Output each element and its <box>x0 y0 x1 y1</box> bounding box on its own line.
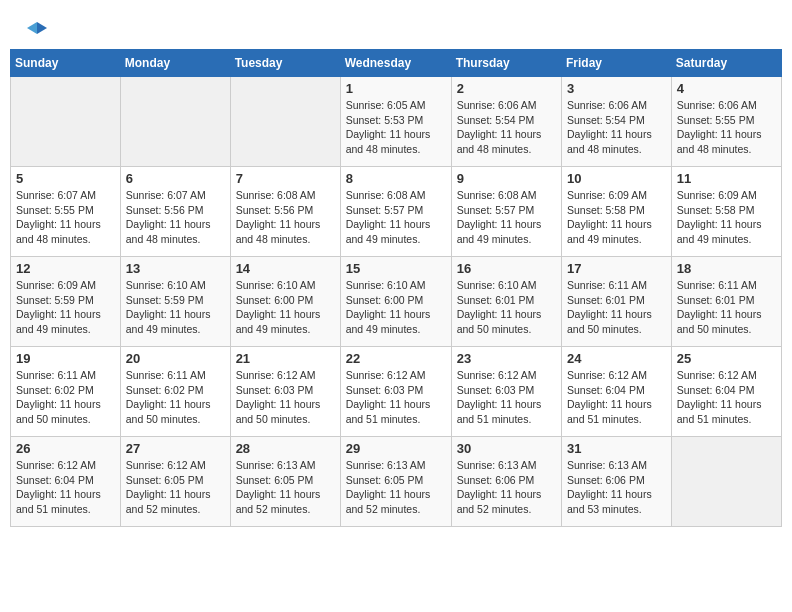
cell-day-number: 14 <box>236 261 335 276</box>
cell-day-number: 21 <box>236 351 335 366</box>
cell-info: Sunrise: 6:09 AMSunset: 5:58 PMDaylight:… <box>677 188 776 247</box>
calendar-cell: 12 Sunrise: 6:09 AMSunset: 5:59 PMDaylig… <box>11 257 121 347</box>
calendar-cell: 27 Sunrise: 6:12 AMSunset: 6:05 PMDaylig… <box>120 437 230 527</box>
calendar-cell <box>230 77 340 167</box>
calendar-cell: 3 Sunrise: 6:06 AMSunset: 5:54 PMDayligh… <box>562 77 672 167</box>
cell-info: Sunrise: 6:10 AMSunset: 6:00 PMDaylight:… <box>236 278 335 337</box>
calendar-cell: 1 Sunrise: 6:05 AMSunset: 5:53 PMDayligh… <box>340 77 451 167</box>
calendar-cell: 28 Sunrise: 6:13 AMSunset: 6:05 PMDaylig… <box>230 437 340 527</box>
cell-day-number: 24 <box>567 351 666 366</box>
calendar-cell <box>11 77 121 167</box>
calendar-cell: 10 Sunrise: 6:09 AMSunset: 5:58 PMDaylig… <box>562 167 672 257</box>
calendar-cell: 26 Sunrise: 6:12 AMSunset: 6:04 PMDaylig… <box>11 437 121 527</box>
calendar-cell: 16 Sunrise: 6:10 AMSunset: 6:01 PMDaylig… <box>451 257 561 347</box>
cell-day-number: 20 <box>126 351 225 366</box>
calendar-week-row: 1 Sunrise: 6:05 AMSunset: 5:53 PMDayligh… <box>11 77 782 167</box>
calendar-cell <box>120 77 230 167</box>
calendar-cell: 4 Sunrise: 6:06 AMSunset: 5:55 PMDayligh… <box>671 77 781 167</box>
cell-day-number: 9 <box>457 171 556 186</box>
cell-info: Sunrise: 6:11 AMSunset: 6:01 PMDaylight:… <box>567 278 666 337</box>
cell-info: Sunrise: 6:13 AMSunset: 6:06 PMDaylight:… <box>567 458 666 517</box>
logo-flag-icon <box>27 20 47 36</box>
calendar-cell: 19 Sunrise: 6:11 AMSunset: 6:02 PMDaylig… <box>11 347 121 437</box>
cell-day-number: 28 <box>236 441 335 456</box>
cell-day-number: 17 <box>567 261 666 276</box>
cell-day-number: 15 <box>346 261 446 276</box>
calendar-header-row: SundayMondayTuesdayWednesdayThursdayFrid… <box>11 50 782 77</box>
cell-day-number: 11 <box>677 171 776 186</box>
cell-info: Sunrise: 6:12 AMSunset: 6:05 PMDaylight:… <box>126 458 225 517</box>
cell-info: Sunrise: 6:09 AMSunset: 5:59 PMDaylight:… <box>16 278 115 337</box>
calendar-cell: 29 Sunrise: 6:13 AMSunset: 6:05 PMDaylig… <box>340 437 451 527</box>
day-header-thursday: Thursday <box>451 50 561 77</box>
cell-info: Sunrise: 6:13 AMSunset: 6:06 PMDaylight:… <box>457 458 556 517</box>
cell-info: Sunrise: 6:07 AMSunset: 5:55 PMDaylight:… <box>16 188 115 247</box>
cell-info: Sunrise: 6:12 AMSunset: 6:03 PMDaylight:… <box>236 368 335 427</box>
cell-day-number: 27 <box>126 441 225 456</box>
calendar-cell: 25 Sunrise: 6:12 AMSunset: 6:04 PMDaylig… <box>671 347 781 437</box>
calendar-week-row: 19 Sunrise: 6:11 AMSunset: 6:02 PMDaylig… <box>11 347 782 437</box>
calendar-week-row: 5 Sunrise: 6:07 AMSunset: 5:55 PMDayligh… <box>11 167 782 257</box>
cell-info: Sunrise: 6:12 AMSunset: 6:04 PMDaylight:… <box>677 368 776 427</box>
cell-day-number: 8 <box>346 171 446 186</box>
day-header-sunday: Sunday <box>11 50 121 77</box>
calendar-cell: 2 Sunrise: 6:06 AMSunset: 5:54 PMDayligh… <box>451 77 561 167</box>
calendar-cell: 6 Sunrise: 6:07 AMSunset: 5:56 PMDayligh… <box>120 167 230 257</box>
calendar-table: SundayMondayTuesdayWednesdayThursdayFrid… <box>10 49 782 527</box>
cell-info: Sunrise: 6:08 AMSunset: 5:57 PMDaylight:… <box>457 188 556 247</box>
cell-day-number: 5 <box>16 171 115 186</box>
calendar-week-row: 12 Sunrise: 6:09 AMSunset: 5:59 PMDaylig… <box>11 257 782 347</box>
cell-info: Sunrise: 6:13 AMSunset: 6:05 PMDaylight:… <box>346 458 446 517</box>
day-header-monday: Monday <box>120 50 230 77</box>
cell-day-number: 31 <box>567 441 666 456</box>
calendar-week-row: 26 Sunrise: 6:12 AMSunset: 6:04 PMDaylig… <box>11 437 782 527</box>
cell-info: Sunrise: 6:12 AMSunset: 6:03 PMDaylight:… <box>346 368 446 427</box>
cell-day-number: 4 <box>677 81 776 96</box>
calendar-cell: 31 Sunrise: 6:13 AMSunset: 6:06 PMDaylig… <box>562 437 672 527</box>
cell-day-number: 22 <box>346 351 446 366</box>
calendar-cell: 18 Sunrise: 6:11 AMSunset: 6:01 PMDaylig… <box>671 257 781 347</box>
calendar-cell <box>671 437 781 527</box>
cell-info: Sunrise: 6:08 AMSunset: 5:57 PMDaylight:… <box>346 188 446 247</box>
calendar-cell: 30 Sunrise: 6:13 AMSunset: 6:06 PMDaylig… <box>451 437 561 527</box>
calendar-cell: 11 Sunrise: 6:09 AMSunset: 5:58 PMDaylig… <box>671 167 781 257</box>
calendar-cell: 22 Sunrise: 6:12 AMSunset: 6:03 PMDaylig… <box>340 347 451 437</box>
cell-info: Sunrise: 6:10 AMSunset: 5:59 PMDaylight:… <box>126 278 225 337</box>
cell-info: Sunrise: 6:11 AMSunset: 6:02 PMDaylight:… <box>16 368 115 427</box>
cell-day-number: 16 <box>457 261 556 276</box>
calendar-cell: 13 Sunrise: 6:10 AMSunset: 5:59 PMDaylig… <box>120 257 230 347</box>
cell-day-number: 7 <box>236 171 335 186</box>
calendar-cell: 21 Sunrise: 6:12 AMSunset: 6:03 PMDaylig… <box>230 347 340 437</box>
cell-day-number: 29 <box>346 441 446 456</box>
cell-day-number: 12 <box>16 261 115 276</box>
calendar-cell: 5 Sunrise: 6:07 AMSunset: 5:55 PMDayligh… <box>11 167 121 257</box>
cell-day-number: 19 <box>16 351 115 366</box>
cell-info: Sunrise: 6:09 AMSunset: 5:58 PMDaylight:… <box>567 188 666 247</box>
cell-info: Sunrise: 6:12 AMSunset: 6:03 PMDaylight:… <box>457 368 556 427</box>
day-header-saturday: Saturday <box>671 50 781 77</box>
calendar-cell: 7 Sunrise: 6:08 AMSunset: 5:56 PMDayligh… <box>230 167 340 257</box>
cell-day-number: 23 <box>457 351 556 366</box>
day-header-friday: Friday <box>562 50 672 77</box>
calendar-cell: 24 Sunrise: 6:12 AMSunset: 6:04 PMDaylig… <box>562 347 672 437</box>
cell-day-number: 1 <box>346 81 446 96</box>
logo <box>25 20 47 36</box>
day-header-tuesday: Tuesday <box>230 50 340 77</box>
cell-day-number: 3 <box>567 81 666 96</box>
cell-info: Sunrise: 6:06 AMSunset: 5:54 PMDaylight:… <box>457 98 556 157</box>
calendar-cell: 8 Sunrise: 6:08 AMSunset: 5:57 PMDayligh… <box>340 167 451 257</box>
day-header-wednesday: Wednesday <box>340 50 451 77</box>
cell-info: Sunrise: 6:10 AMSunset: 6:00 PMDaylight:… <box>346 278 446 337</box>
cell-info: Sunrise: 6:11 AMSunset: 6:02 PMDaylight:… <box>126 368 225 427</box>
cell-day-number: 26 <box>16 441 115 456</box>
calendar-cell: 14 Sunrise: 6:10 AMSunset: 6:00 PMDaylig… <box>230 257 340 347</box>
cell-day-number: 30 <box>457 441 556 456</box>
cell-info: Sunrise: 6:07 AMSunset: 5:56 PMDaylight:… <box>126 188 225 247</box>
cell-day-number: 13 <box>126 261 225 276</box>
svg-marker-1 <box>27 22 37 34</box>
cell-day-number: 18 <box>677 261 776 276</box>
cell-info: Sunrise: 6:05 AMSunset: 5:53 PMDaylight:… <box>346 98 446 157</box>
calendar-cell: 17 Sunrise: 6:11 AMSunset: 6:01 PMDaylig… <box>562 257 672 347</box>
cell-info: Sunrise: 6:13 AMSunset: 6:05 PMDaylight:… <box>236 458 335 517</box>
cell-info: Sunrise: 6:08 AMSunset: 5:56 PMDaylight:… <box>236 188 335 247</box>
